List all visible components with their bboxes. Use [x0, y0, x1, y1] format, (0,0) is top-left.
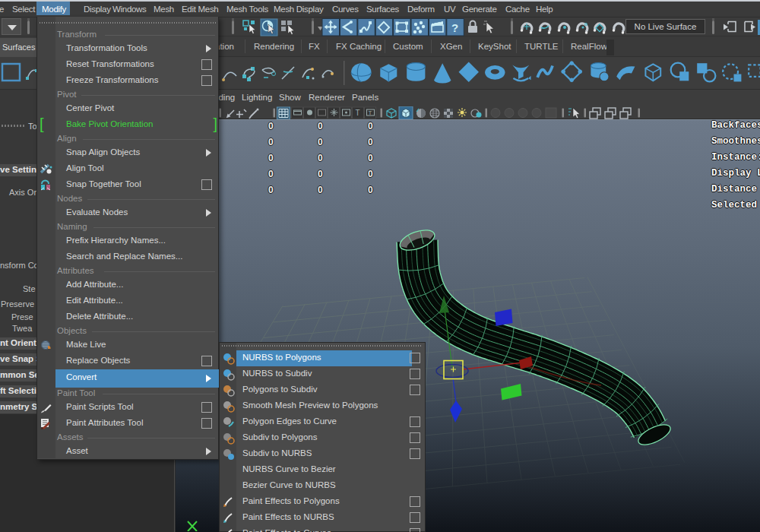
- svg-text:T: T: [356, 109, 360, 117]
- svg-text:?: ?: [451, 21, 458, 34]
- svg-text:T: T: [369, 109, 372, 116]
